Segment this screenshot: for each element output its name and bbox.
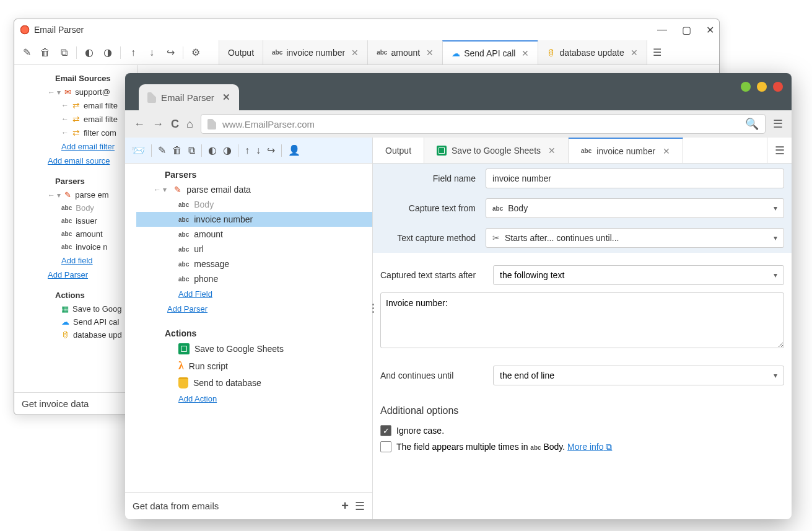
action-node[interactable]: λRun script — [136, 357, 372, 375]
browser-tab[interactable]: Email Parser ✕ — [139, 84, 239, 110]
field-node[interactable]: abcBody — [136, 197, 372, 212]
user-icon[interactable]: 👤 — [288, 144, 300, 156]
add-email-filter-link[interactable]: Add email filter — [61, 142, 115, 151]
filter-item[interactable]: ←⇄filter com — [19, 126, 138, 139]
close-icon[interactable]: ✕ — [522, 48, 529, 58]
mail-icon[interactable]: 📨 — [131, 144, 145, 157]
filter-item[interactable]: ←⇄email filte — [19, 99, 138, 112]
action-item[interactable]: 🛢database upd — [19, 328, 138, 341]
trash-icon[interactable]: 🗑 — [172, 145, 182, 156]
field-item[interactable]: abcamount — [19, 227, 138, 240]
tab-menu-button[interactable]: ☰ — [647, 40, 668, 64]
back-icon[interactable]: ← — [134, 118, 145, 131]
tab-menu-button[interactable]: ☰ — [767, 138, 792, 163]
add-email-source-link[interactable]: Add email source — [48, 156, 110, 165]
tab-title: Email Parser — [161, 92, 214, 103]
toggle-on-icon[interactable]: ◑ — [223, 144, 232, 156]
tab-output[interactable]: Output — [373, 138, 424, 163]
toggle-off-icon[interactable]: ◐ — [83, 46, 95, 59]
more-info-link[interactable]: More info ⧉ — [567, 442, 612, 452]
copy-icon[interactable]: ⧉ — [188, 145, 195, 156]
email-source-item[interactable]: ← ▾✉support@ — [19, 86, 138, 99]
add-parser-link[interactable]: Add Parser — [167, 304, 207, 314]
mac-minimize[interactable] — [741, 82, 751, 92]
action-item[interactable]: ☁Send API cal — [19, 315, 138, 328]
ignore-case-checkbox[interactable]: ✓ — [380, 425, 391, 436]
ignore-case-label: Ignore case. — [396, 426, 444, 436]
arrow-down-icon[interactable]: ↓ — [256, 145, 261, 156]
toggle-off-icon[interactable]: ◐ — [208, 144, 217, 156]
splitter-handle[interactable] — [370, 299, 375, 317]
action-item[interactable]: ▦Save to Goog — [19, 302, 138, 315]
arrow-up-icon[interactable]: ↑ — [245, 145, 250, 156]
parser-item[interactable]: ← ▾✎parse em — [19, 188, 138, 201]
close-button[interactable]: ✕ — [706, 24, 714, 36]
search-icon[interactable]: 🔍 — [745, 117, 759, 131]
abc-icon: abc — [178, 216, 189, 223]
add-field-link[interactable]: Add field — [61, 256, 93, 265]
left-footer: Get data from emails + ☰ — [125, 492, 372, 519]
home-icon[interactable]: ⌂ — [186, 118, 193, 131]
continues-select[interactable]: the end of line▾ — [493, 366, 784, 385]
starts-after-textarea[interactable] — [380, 292, 784, 348]
sidebar: Email Sources ← ▾✉support@ ←⇄email filte… — [14, 65, 138, 415]
arrow-down-icon[interactable]: ↓ — [146, 46, 158, 59]
redirect-icon[interactable]: ↪ — [267, 144, 275, 156]
redirect-icon[interactable]: ↪ — [164, 46, 177, 59]
field-node[interactable]: abcurl — [136, 242, 372, 257]
add-parser-link[interactable]: Add Parser — [48, 270, 88, 279]
edit-icon[interactable]: ✎ — [158, 144, 166, 156]
action-node[interactable]: Save to Google Sheets — [136, 341, 372, 357]
tab-output[interactable]: Output — [219, 40, 263, 64]
tab-invoice-number[interactable]: abcinvoice number✕ — [263, 40, 367, 64]
tab-send-api[interactable]: ☁Send API call✕ — [442, 40, 538, 64]
close-icon[interactable]: ✕ — [222, 92, 230, 103]
mac-close[interactable] — [773, 82, 783, 92]
mac-maximize[interactable] — [757, 82, 767, 92]
field-item[interactable]: abcissuer — [19, 214, 138, 227]
gear-icon[interactable]: ⚙ — [190, 46, 202, 59]
menu-icon[interactable]: ☰ — [773, 117, 783, 131]
starts-after-select[interactable]: the following text▾ — [493, 265, 784, 285]
close-icon[interactable]: ✕ — [663, 146, 670, 156]
tab-invoice-number[interactable]: abcinvoice number✕ — [569, 138, 683, 163]
filter-item[interactable]: ←⇄email filte — [19, 112, 138, 126]
capture-from-select[interactable]: abcBody▾ — [486, 198, 784, 218]
field-item[interactable]: abcBody — [19, 201, 138, 214]
cloud-icon: ☁ — [452, 48, 460, 58]
toggle-on-icon[interactable]: ◑ — [102, 46, 114, 59]
add-action-link[interactable]: Add Action — [178, 394, 217, 403]
copy-icon[interactable]: ⧉ — [58, 46, 70, 59]
field-item[interactable]: abcinvoice n — [19, 240, 138, 253]
chevron-down-icon: ▾ — [774, 371, 777, 380]
menu-button[interactable]: ☰ — [355, 499, 365, 513]
parser-node[interactable]: ← ▾✎parse email data — [136, 182, 372, 197]
browser-tabstrip: Email Parser ✕ — [125, 73, 792, 110]
tab-save-sheets[interactable]: Save to Google Sheets✕ — [424, 138, 569, 163]
field-name-input[interactable]: invoice number — [486, 169, 784, 188]
close-icon[interactable]: ✕ — [426, 48, 434, 58]
reload-icon[interactable]: C — [171, 118, 179, 131]
field-node[interactable]: abcmessage — [136, 257, 372, 271]
method-select[interactable]: ✂Starts after... continues until...▾ — [486, 228, 784, 248]
add-field-link[interactable]: Add Field — [178, 289, 212, 299]
close-icon[interactable]: ✕ — [351, 48, 359, 58]
close-icon[interactable]: ✕ — [548, 146, 556, 156]
maximize-button[interactable]: ▢ — [682, 24, 691, 36]
field-node[interactable]: abcphone — [136, 271, 372, 286]
window-title: Email Parser — [34, 25, 84, 35]
tab-database-update[interactable]: 🛢database update✕ — [538, 40, 646, 64]
multiple-times-checkbox[interactable] — [380, 441, 391, 452]
trash-icon[interactable]: 🗑 — [39, 46, 51, 59]
edit-icon[interactable]: ✎ — [20, 46, 33, 59]
close-icon[interactable]: ✕ — [631, 48, 638, 58]
minimize-button[interactable]: ― — [657, 24, 667, 36]
action-node[interactable]: Send to database — [136, 375, 372, 391]
add-button[interactable]: + — [341, 499, 349, 513]
field-node[interactable]: abcamount — [136, 227, 372, 242]
url-bar[interactable]: www.EmailParser.com 🔍 — [201, 114, 766, 134]
field-node-selected[interactable]: abcinvoice number — [136, 212, 372, 227]
arrow-up-icon[interactable]: ↑ — [127, 46, 139, 59]
tab-amount[interactable]: abcamount✕ — [367, 40, 442, 64]
forward-icon[interactable]: → — [152, 118, 164, 131]
